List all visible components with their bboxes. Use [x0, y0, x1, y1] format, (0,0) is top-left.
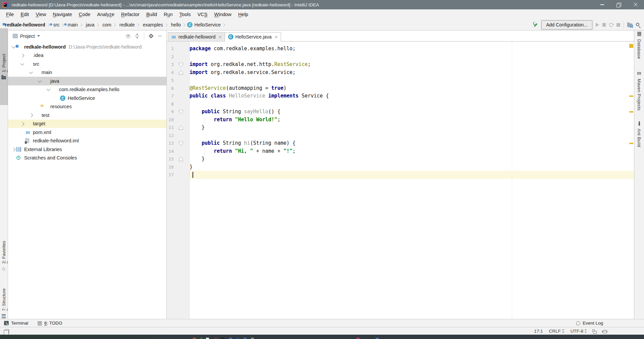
close-button[interactable]	[627, 0, 644, 9]
coverage-icon[interactable]	[609, 23, 613, 27]
close-icon[interactable]	[275, 36, 278, 39]
tree-item-pom-xml[interactable]: pom.xml	[8, 128, 166, 137]
breadcrumb-redkale-helloword[interactable]: redkale-helloword	[3, 22, 45, 27]
menu-build[interactable]: Build	[143, 12, 160, 17]
chevron-right-icon[interactable]	[19, 54, 25, 57]
tree-item-scratches-and-consoles[interactable]: Scratches and Consoles	[8, 154, 166, 162]
chevron-down-icon[interactable]	[46, 89, 51, 90]
warning-stripe-mark[interactable]	[629, 143, 633, 144]
fold-marker-down[interactable]	[179, 110, 183, 114]
fold-marker-up[interactable]	[179, 126, 183, 130]
tree-item-main[interactable]: main	[8, 68, 166, 77]
chevron-right-icon[interactable]	[19, 123, 25, 125]
tree-item-redkale-helloword-iml[interactable]: redkale-helloword.iml	[8, 137, 166, 145]
minimize-button[interactable]	[594, 0, 610, 9]
menu-navigate[interactable]: Navigate	[50, 12, 75, 17]
lock-icon[interactable]	[593, 331, 597, 334]
debug-icon[interactable]	[602, 23, 606, 27]
tool-strip-maven-projects[interactable]: Maven Projects	[634, 70, 644, 111]
line-separator-widget[interactable]: CRLF	[549, 329, 564, 334]
fold-marker-up[interactable]	[179, 157, 183, 161]
menu-view[interactable]: View	[32, 12, 49, 17]
tree-item-external-libraries[interactable]: External Libraries	[8, 145, 166, 154]
hector-icon[interactable]	[603, 330, 607, 333]
run-folder-icon[interactable]	[627, 23, 632, 27]
collapse-all-icon[interactable]	[135, 34, 139, 38]
chevron-down-icon[interactable]	[19, 63, 25, 65]
tree-item-resources[interactable]: resources	[8, 103, 166, 111]
taskbar-icon[interactable]	[193, 338, 196, 339]
close-icon[interactable]	[219, 36, 222, 39]
breadcrumb-helloservice[interactable]: HelloService	[187, 22, 221, 27]
fold-marker-up[interactable]	[179, 70, 183, 75]
breadcrumb-java[interactable]: java	[84, 22, 95, 27]
breadcrumb-hello[interactable]: hello	[169, 22, 181, 27]
editor-tab-helloservice-java[interactable]: HelloService.java	[225, 32, 281, 42]
stop-icon[interactable]	[616, 23, 620, 27]
tree-item-helloservice[interactable]: HelloService	[8, 94, 166, 103]
tool-window-button-6-todo[interactable]: 6: TODO	[38, 321, 62, 326]
tool-strip-database[interactable]: Database	[634, 32, 644, 59]
breadcrumb-main[interactable]: main	[66, 22, 77, 27]
breadcrumb-redkale[interactable]: redkale	[118, 22, 135, 27]
taskbar-icon[interactable]	[357, 338, 360, 339]
menu-edit[interactable]: Edit	[17, 12, 32, 17]
menu-file[interactable]: File	[3, 12, 17, 17]
chevron-down-icon[interactable]	[37, 35, 40, 37]
fold-marker-down[interactable]	[179, 63, 183, 67]
tool-strip-7-structure[interactable]: 7: Structure	[0, 282, 8, 324]
tool-strip-1-project[interactable]: 1: Project	[0, 28, 8, 105]
tree-item-idea[interactable]: .idea	[8, 51, 166, 60]
search-icon[interactable]	[636, 23, 639, 26]
taskbar-icon[interactable]	[206, 338, 209, 339]
breadcrumb-com[interactable]: com	[101, 22, 111, 27]
warning-stripe-mark[interactable]	[629, 111, 633, 113]
windows-taskbar[interactable]	[0, 335, 644, 339]
restore-button[interactable]	[610, 0, 627, 9]
tree-item-redkale-helloword[interactable]: redkale-hellowordD:\Java-Projects\redkal…	[8, 43, 166, 51]
taskbar-icon[interactable]	[215, 338, 218, 339]
tree-item-src[interactable]: src	[8, 60, 166, 68]
inspection-indicator[interactable]	[629, 44, 633, 48]
settings-icon[interactable]	[149, 34, 153, 38]
chevron-right-icon[interactable]	[11, 148, 16, 151]
menu-refactor[interactable]: Refactor	[118, 12, 143, 17]
tree-item-test[interactable]: test	[8, 111, 166, 120]
toggle-panels-icon[interactable]	[5, 329, 9, 334]
breadcrumb-src[interactable]: src	[52, 22, 60, 27]
caret-position-widget[interactable]: 17:1	[534, 329, 543, 334]
menu-tools[interactable]: Tools	[176, 12, 194, 17]
breadcrumb-examples[interactable]: examples	[141, 22, 163, 27]
taskbar-icon[interactable]	[244, 338, 247, 339]
menu-run[interactable]: Run	[160, 12, 176, 17]
chevron-right-icon[interactable]	[28, 114, 34, 117]
chevron-down-icon[interactable]	[37, 80, 43, 82]
menu-window[interactable]: Window	[211, 12, 235, 17]
setup-wrench-icon[interactable]	[533, 22, 538, 27]
taskbar-icon[interactable]	[200, 338, 203, 339]
menu-help[interactable]: Help	[235, 12, 252, 17]
hide-icon[interactable]	[158, 34, 162, 38]
chevron-down-icon[interactable]	[28, 72, 34, 73]
tool-strip-ant-build[interactable]: Ant Build	[634, 121, 644, 147]
encoding-widget[interactable]: UTF-8	[571, 329, 587, 334]
warning-stripe-mark[interactable]	[629, 95, 633, 97]
taskbar-icon[interactable]	[376, 338, 379, 339]
tool-window-button-terminal[interactable]: Terminal	[4, 321, 28, 326]
project-panel-title[interactable]: Project	[20, 33, 35, 39]
taskbar-icon[interactable]	[229, 338, 232, 339]
menu-code[interactable]: Code	[75, 12, 94, 17]
tree-item-com-redkale-examples-hello[interactable]: com.redkale.examples.hello	[8, 85, 166, 94]
menu-vcs[interactable]: VCS	[194, 12, 211, 17]
fold-marker-down[interactable]	[179, 141, 183, 146]
tool-strip-2-favorites[interactable]: 2: Favorites	[0, 234, 8, 278]
tree-item-target[interactable]: target	[8, 120, 166, 128]
menu-analyze[interactable]: Analyze	[94, 12, 118, 17]
tool-window-button-event-log[interactable]: Event Log	[576, 321, 603, 326]
editor-tab-redkale-helloword[interactable]: redkale-helloword	[168, 32, 225, 42]
taskbar-icon[interactable]	[221, 338, 224, 339]
run-icon[interactable]	[596, 23, 599, 27]
taskbar-icon[interactable]	[236, 338, 239, 339]
taskbar-icon[interactable]	[251, 338, 254, 339]
tree-item-java[interactable]: java	[8, 77, 166, 85]
